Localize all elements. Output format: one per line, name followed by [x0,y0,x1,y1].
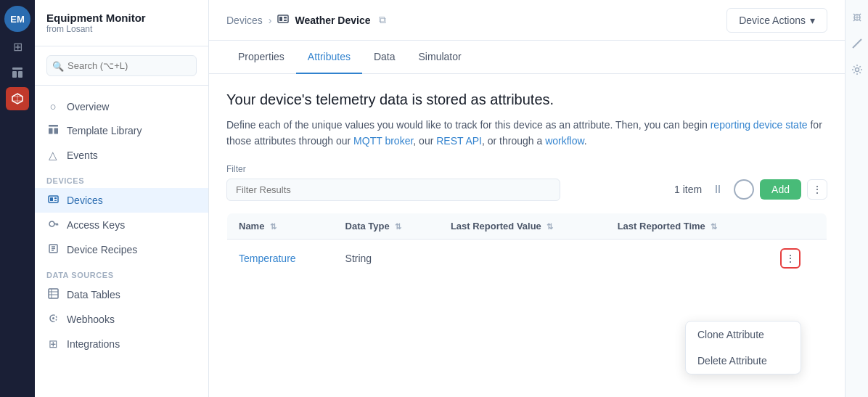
link-workflow[interactable]: workflow [545,135,584,147]
breadcrumb-device-icon [277,13,289,27]
sidebar-item-data-tables[interactable]: Data Tables [35,282,208,307]
filter-input[interactable] [226,179,560,201]
tab-simulator[interactable]: Simulator [407,41,473,74]
sidebar-item-webhooks[interactable]: Webhooks [35,307,208,332]
tab-data[interactable]: Data [362,41,407,74]
tab-attributes[interactable]: Attributes [296,41,362,74]
sidebar-search-input[interactable] [46,55,197,76]
item-count: 1 item [674,184,702,195]
topbar: Devices › Weather Device ⧉ Device Action… [209,0,845,41]
breadcrumb-parent[interactable]: Devices [226,15,263,26]
data-type-sort-icon[interactable]: ⇅ [395,222,401,231]
devices-section-label: DEVICES [35,168,208,188]
device-actions-chevron: ▾ [810,15,815,26]
link-reporting-device-state[interactable]: reporting device state [711,119,808,131]
pause-button[interactable]: ⏸ [708,179,728,200]
sidebar-item-events[interactable]: △ Events [35,143,208,168]
name-sort-icon[interactable]: ⇅ [270,222,277,231]
cube-rail-icon[interactable] [6,87,29,110]
right-panel [845,0,868,397]
sidebar-nav: ○ Overview Template Library △ Events DEV… [35,86,208,365]
tab-properties[interactable]: Properties [226,41,296,74]
svg-line-30 [853,39,861,48]
sidebar-item-label: Overview [67,101,109,112]
col-last-reported-value: Last Reported Value ⇅ [439,213,606,239]
svg-rect-24 [279,17,282,21]
app-sub: from Losant [46,24,197,34]
row-last-reported-value [439,239,606,277]
svg-rect-25 [284,17,287,19]
sidebar-item-integrations[interactable]: ⊞ Integrations [35,332,208,356]
svg-rect-26 [284,20,287,21]
filter-actions: 1 item ⏸ Add ⋮ [674,179,827,200]
row-last-reported-time [606,239,769,277]
sidebar-item-devices[interactable]: Devices [35,188,208,213]
sidebar-item-access-keys[interactable]: Access Keys [35,213,208,237]
data-sources-section-label: DATA SOURCES [35,262,208,282]
row-more-button[interactable]: ⋮ [780,248,801,269]
add-button[interactable]: Add [760,179,801,200]
svg-rect-9 [54,200,57,202]
sidebar: Equipment Monitor from Losant 🔍 ○ Overvi… [35,0,209,397]
svg-rect-4 [49,128,53,134]
link-mqtt-broker[interactable]: MQTT broker [353,135,413,147]
sidebar-header: Equipment Monitor from Losant [35,0,208,46]
context-menu: Clone Attribute Delete Attribute [685,321,801,375]
last-reported-value-sort-icon[interactable]: ⇅ [546,222,553,231]
icon-rail: EM ⊞ [0,0,35,397]
tabs: Properties Attributes Data Simulator [209,41,845,74]
bug-icon[interactable] [848,9,866,26]
access-keys-icon [46,218,60,232]
svg-rect-1 [12,71,17,78]
device-actions-label: Device Actions [739,15,806,26]
sidebar-item-overview[interactable]: ○ Overview [35,94,208,118]
device-actions-button[interactable]: Device Actions ▾ [726,8,827,33]
sidebar-item-label: Device Recipes [67,244,137,255]
row-name[interactable]: Temperature [227,239,334,277]
events-icon: △ [46,149,60,162]
sidebar-item-label: Webhooks [67,314,115,325]
breadcrumb-current: Weather Device [295,15,370,26]
sidebar-item-label: Devices [67,195,103,206]
svg-rect-0 [12,67,22,70]
svg-point-22 [52,317,54,319]
sidebar-item-label: Data Tables [67,289,120,300]
template-rail-icon[interactable] [6,61,29,84]
svg-rect-3 [49,125,58,127]
sidebar-item-label: Template Library [67,125,142,136]
overview-icon: ○ [46,100,60,112]
content-description: Define each of the unique values you wou… [226,117,827,150]
copy-icon[interactable]: ⧉ [379,14,386,26]
last-reported-time-sort-icon[interactable]: ⇅ [711,222,717,231]
svg-rect-8 [54,197,57,199]
more-options-button[interactable]: ⋮ [807,179,827,200]
device-recipes-icon [46,243,60,256]
refresh-circle-button[interactable] [734,179,754,200]
sidebar-item-label: Events [67,150,98,161]
settings-icon[interactable] [848,61,866,78]
webhooks-icon [46,313,60,326]
col-name: Name ⇅ [227,213,334,239]
context-menu-clone[interactable]: Clone Attribute [686,322,801,348]
data-tables-icon [46,288,60,301]
main-content: Devices › Weather Device ⧉ Device Action… [209,0,845,397]
sidebar-item-device-recipes[interactable]: Device Recipes [35,237,208,262]
col-last-reported-time: Last Reported Time ⇅ [606,213,769,239]
breadcrumb: Devices › Weather Device ⧉ [226,13,386,27]
grid-rail-icon[interactable]: ⊞ [6,35,29,58]
row-data-type: String [334,239,439,277]
filter-row: 1 item ⏸ Add ⋮ [226,179,827,201]
slash-icon[interactable] [848,35,866,52]
sidebar-item-template-library[interactable]: Template Library [35,118,208,143]
svg-rect-6 [49,196,58,202]
context-menu-delete[interactable]: Delete Attribute [686,348,801,374]
link-rest-api[interactable]: REST API [436,135,482,147]
search-icon: 🔍 [52,60,64,71]
table-row: Temperature String ⋮ [227,239,827,277]
app-avatar[interactable]: EM [4,6,30,32]
svg-rect-7 [50,197,53,201]
row-action-cell: ⋮ [769,239,827,277]
content-title: Your device's telemetry data is stored a… [226,91,827,108]
svg-rect-2 [18,71,22,78]
svg-rect-18 [49,289,58,298]
